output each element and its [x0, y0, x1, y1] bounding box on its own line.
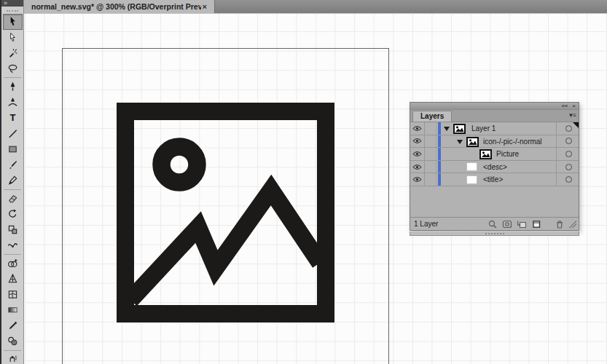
layer-thumbnail[interactable]	[466, 137, 479, 149]
panel-menu-icon[interactable]: ▼≡	[568, 112, 576, 119]
width-tool[interactable]	[1, 237, 23, 253]
layer-name[interactable]: Picture	[496, 150, 519, 158]
panel-dock-edge	[410, 232, 579, 236]
target-column	[556, 161, 580, 173]
eyedropper-tool[interactable]	[1, 318, 23, 334]
layer-color-bar	[438, 173, 441, 186]
visibility-toggle[interactable]	[410, 135, 425, 148]
layer-name[interactable]: Layer 1	[471, 124, 496, 132]
disclosure-triangle-icon[interactable]	[444, 127, 450, 131]
toolbar-drag-handle[interactable]	[7, 10, 18, 12]
lock-toggle[interactable]	[425, 122, 436, 135]
lock-toggle[interactable]	[425, 173, 436, 186]
collapse-panel-icon[interactable]: ««	[561, 103, 568, 109]
toolbar-separator	[4, 77, 21, 78]
layer-color-bar	[438, 135, 441, 148]
eye-icon	[412, 138, 422, 144]
paintbrush-tool[interactable]	[1, 157, 23, 173]
layers-empty-area	[410, 186, 579, 217]
panel-resize-grip[interactable]	[569, 221, 576, 228]
pencil-tool[interactable]	[1, 173, 23, 189]
eye-icon	[412, 164, 422, 170]
create-new-sublayer-button[interactable]	[515, 218, 528, 229]
symbol-sprayer-tool[interactable]	[1, 352, 23, 363]
shape-builder-tool[interactable]	[1, 256, 23, 272]
layers-panel-statusbar: 1 Layer	[410, 217, 579, 230]
image-icon-artwork[interactable]	[117, 103, 337, 325]
layer-name[interactable]: icon-/-pic-/-normal	[483, 138, 542, 146]
rectangle-tool[interactable]	[1, 141, 23, 157]
visibility-toggle[interactable]	[410, 173, 425, 186]
locate-object-button[interactable]	[486, 218, 499, 229]
document-tab-title: normal_new.svg* @ 300% (RGB/Overprint Pr…	[31, 2, 201, 11]
target-circle[interactable]	[565, 164, 572, 170]
layer-row[interactable]: <desc>	[410, 161, 579, 174]
curvature-tool[interactable]	[1, 95, 23, 111]
eye-icon	[412, 176, 422, 183]
layer-color-bar	[438, 161, 441, 173]
layer-color-bar	[438, 148, 441, 160]
layer-thumbnail[interactable]	[453, 124, 466, 135]
layer-thumbnail[interactable]	[479, 149, 492, 161]
selected-art-indicator	[573, 122, 579, 128]
lock-toggle[interactable]	[425, 161, 436, 173]
layer-row[interactable]: icon-/-pic-/-normal	[410, 135, 579, 149]
lasso-tool[interactable]	[1, 61, 23, 77]
visibility-toggle[interactable]	[410, 161, 425, 173]
make-clipping-mask-button[interactable]	[501, 218, 514, 229]
target-column	[556, 148, 580, 160]
visibility-toggle[interactable]	[410, 122, 425, 135]
eye-icon	[412, 125, 422, 132]
illustrator-window: normal_new.svg* @ 300% (RGB/Overprint Pr…	[0, 0, 607, 364]
disclosure-triangle-icon[interactable]	[457, 140, 463, 144]
layer-thumbnail-blank[interactable]	[466, 162, 477, 171]
gradient-tool[interactable]	[1, 302, 23, 318]
layer-count: 1 Layer	[414, 220, 438, 228]
document-tab[interactable]: normal_new.svg* @ 300% (RGB/Overprint Pr…	[24, 0, 215, 13]
create-new-layer-button[interactable]	[530, 218, 543, 229]
eye-icon	[412, 151, 422, 157]
target-circle[interactable]	[565, 125, 572, 132]
eraser-tool[interactable]	[1, 191, 23, 207]
target-column	[556, 173, 580, 186]
target-column	[556, 135, 580, 148]
mesh-tool[interactable]	[1, 287, 23, 303]
tab-layers[interactable]: Layers	[412, 111, 452, 122]
icon-mountains	[130, 190, 320, 300]
layer-color-bar	[438, 122, 441, 135]
target-circle[interactable]	[565, 138, 572, 144]
layer-row[interactable]: Picture	[410, 148, 579, 161]
direct-selection-tool[interactable]	[1, 30, 23, 46]
tools-sidebar: » T	[0, 0, 24, 364]
type-tool[interactable]: T	[1, 110, 23, 126]
pen-tool[interactable]	[1, 79, 23, 95]
close-tab-icon[interactable]: ×	[201, 3, 208, 11]
target-circle[interactable]	[565, 151, 572, 157]
toolbar-expand-icon[interactable]: »	[1, 0, 23, 7]
perspective-grid-tool[interactable]	[1, 271, 23, 287]
target-circle[interactable]	[565, 176, 572, 183]
scale-tool[interactable]	[1, 222, 23, 238]
toolbar-separator	[4, 189, 21, 190]
visibility-toggle[interactable]	[410, 148, 425, 160]
lock-toggle[interactable]	[425, 135, 436, 148]
layer-row[interactable]: Layer 1	[410, 122, 579, 135]
layers-panel-tabrow: Layers ▼≡	[410, 110, 579, 122]
layer-row[interactable]: <title>	[410, 173, 579, 186]
panel-drag-handle[interactable]	[485, 233, 504, 234]
close-panel-icon[interactable]: ×	[572, 103, 576, 109]
rotate-tool[interactable]	[1, 206, 23, 222]
layer-thumbnail-blank[interactable]	[466, 175, 477, 184]
layer-name[interactable]: <title>	[483, 175, 503, 183]
layer-rows: Layer 1 icon-/-pic-/-normal	[410, 122, 579, 186]
selection-tool[interactable]	[3, 14, 23, 30]
layer-name[interactable]: <desc>	[483, 163, 507, 171]
document-tab-bar: normal_new.svg* @ 300% (RGB/Overprint Pr…	[0, 0, 607, 14]
blend-tool[interactable]	[1, 333, 23, 349]
line-segment-tool[interactable]	[1, 126, 23, 142]
lock-toggle[interactable]	[425, 148, 436, 160]
icon-sun-circle	[162, 147, 197, 183]
delete-selection-button[interactable]	[553, 218, 566, 229]
magic-wand-tool[interactable]	[1, 45, 23, 61]
canvas[interactable]: «« × Layers ▼≡ Layer 1	[25, 14, 607, 364]
